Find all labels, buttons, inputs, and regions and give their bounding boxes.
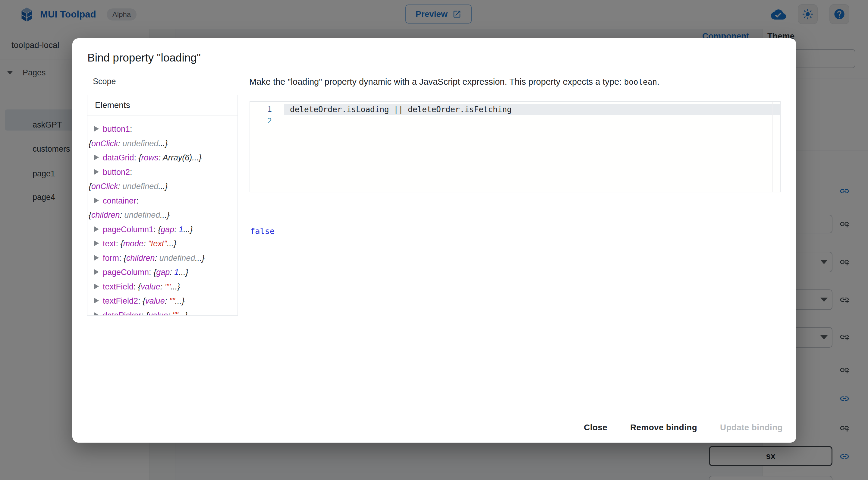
token-key: gap <box>161 225 174 234</box>
token-pi: { <box>89 210 91 219</box>
token-undef: undefined <box>123 182 158 191</box>
token-num: 1 <box>174 268 179 277</box>
code-line: deleteOrder.isLoading || deleteOrder.isF… <box>290 104 512 115</box>
token-ident: button2 <box>103 168 130 177</box>
scope-tree-item[interactable]: {onClick: undefined...} <box>89 137 236 151</box>
token-p: : <box>130 124 132 133</box>
token-str: "" <box>169 296 175 305</box>
token-pi: : <box>165 296 169 305</box>
description-text: . <box>657 77 659 87</box>
token-key: onClick <box>91 139 118 148</box>
token-key: children <box>91 210 120 219</box>
editor-gutter-line <box>772 102 773 192</box>
token-pi: ...} <box>192 153 202 162</box>
token-pi: ...} <box>160 210 170 219</box>
token-p: : <box>153 225 158 234</box>
tree-expand-icon[interactable] <box>94 312 99 316</box>
scope-tree-item[interactable]: button2: <box>89 165 236 180</box>
tree-expand-icon[interactable] <box>94 283 99 290</box>
dialog-title: Bind property "loading" <box>87 52 201 64</box>
scope-tree-item[interactable]: textField2: {value: ""...} <box>89 294 236 308</box>
token-ident: pageColumn <box>103 268 149 277</box>
scope-tree-item[interactable]: button1: <box>89 122 236 137</box>
token-pi: ...} <box>195 253 205 263</box>
token-atom: Array(6) <box>163 153 192 162</box>
scope-tree-item[interactable]: pageColumn1: {gap: 1...} <box>89 222 236 237</box>
description-text: Make the "loading" property dynamic with… <box>249 77 624 87</box>
token-pi: { <box>121 239 123 248</box>
token-ident: button1 <box>103 124 130 133</box>
token-ident: textField <box>103 282 133 291</box>
tree-expand-icon[interactable] <box>94 169 99 175</box>
token-p: : <box>136 196 138 205</box>
token-pi: { <box>138 153 141 162</box>
bind-property-dialog: Bind property "loading" Scope Elements b… <box>72 38 796 443</box>
token-pi: : <box>120 210 124 219</box>
token-pi: : <box>118 182 123 191</box>
line-number: 1 <box>250 104 272 115</box>
remove-binding-button[interactable]: Remove binding <box>628 422 699 433</box>
token-key: value <box>145 296 165 305</box>
token-pi: ...} <box>179 268 188 277</box>
token-pi: { <box>138 282 141 291</box>
token-p: : <box>138 296 143 305</box>
scope-elements-panel: Elements button1:{onClick: undefined...}… <box>87 95 238 316</box>
token-p: : <box>149 268 153 277</box>
scope-tree-item[interactable]: form: {children: undefined...} <box>89 251 236 266</box>
token-pi: { <box>158 225 161 234</box>
token-pi: : <box>174 225 179 234</box>
token-ident: container <box>103 196 136 205</box>
tree-expand-icon[interactable] <box>94 255 99 261</box>
dialog-description: Make the "loading" property dynamic with… <box>249 76 659 87</box>
token-pi: ...} <box>178 311 188 316</box>
scope-tree-item[interactable]: datePicker: {value: ""...} <box>89 308 236 316</box>
scope-tree-item[interactable]: pageColumn: {gap: 1...} <box>89 265 236 280</box>
token-ident: form <box>103 253 119 263</box>
token-p: : <box>134 153 138 162</box>
token-ident: pageColumn1 <box>103 225 153 234</box>
token-pi: ...} <box>170 282 180 291</box>
token-key: gap <box>156 268 170 277</box>
tree-expand-icon[interactable] <box>94 240 99 246</box>
tree-expand-icon[interactable] <box>94 269 99 275</box>
line-number: 2 <box>250 115 272 127</box>
expression-code-editor[interactable]: 1 deleteOrder.isLoading || deleteOrder.i… <box>250 101 781 192</box>
token-str: "text" <box>148 239 167 248</box>
token-pi: : <box>170 268 174 277</box>
description-type-code: boolean <box>624 78 657 87</box>
token-p: : <box>119 253 124 263</box>
token-pi: { <box>153 268 156 277</box>
token-pi: ...} <box>158 182 168 191</box>
close-button[interactable]: Close <box>582 422 609 433</box>
tree-expand-icon[interactable] <box>94 226 99 232</box>
scope-tree-item[interactable]: dataGrid: {rows: Array(6)...} <box>89 151 236 165</box>
tree-expand-icon[interactable] <box>94 126 99 132</box>
scope-tree-item[interactable]: {children: undefined...} <box>89 208 236 222</box>
token-key: onClick <box>91 182 118 191</box>
token-pi: : <box>160 282 165 291</box>
scope-tree-item[interactable]: text: {mode: "text"...} <box>89 237 236 251</box>
token-str: "" <box>173 311 178 316</box>
token-p: : <box>116 239 121 248</box>
token-pi: : <box>168 311 173 316</box>
update-binding-button[interactable]: Update binding <box>718 422 784 433</box>
scope-tree-item[interactable]: container: <box>89 194 236 208</box>
token-pi: { <box>89 139 91 148</box>
token-pi: { <box>143 296 145 305</box>
tree-expand-icon[interactable] <box>94 298 99 304</box>
scope-tree-item[interactable]: {onClick: undefined...} <box>89 179 236 194</box>
token-num: 1 <box>179 225 183 234</box>
token-str: "" <box>165 282 170 291</box>
token-key: rows <box>141 153 158 162</box>
elements-panel-header: Elements <box>87 95 238 116</box>
scope-tree: button1:{onClick: undefined...}dataGrid:… <box>87 116 238 316</box>
tree-expand-icon[interactable] <box>94 198 99 204</box>
token-ident: text <box>103 239 116 248</box>
token-pi: ...} <box>183 225 193 234</box>
tree-expand-icon[interactable] <box>94 154 99 160</box>
token-key: mode <box>123 239 144 248</box>
token-pi: { <box>124 253 126 263</box>
token-ident: textField2 <box>103 296 138 305</box>
scope-tree-item[interactable]: textField: {value: ""...} <box>89 280 236 294</box>
token-key: children <box>126 253 155 263</box>
